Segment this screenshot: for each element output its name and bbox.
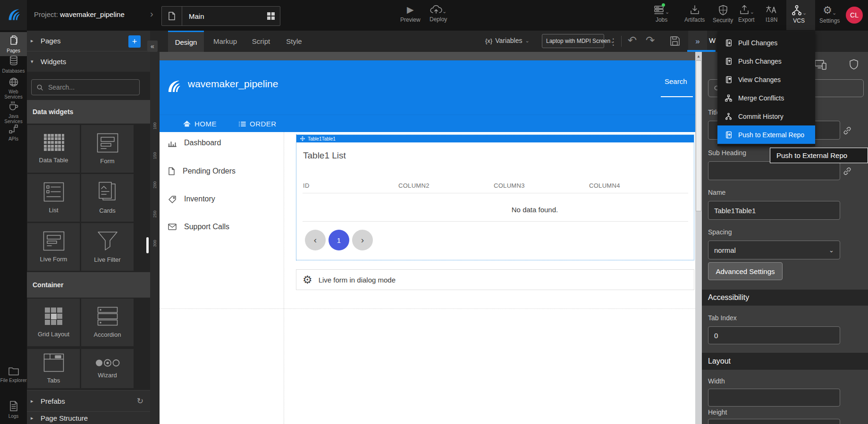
widgets-panel: ▸ Pages + ▾ Widgets Data widgets Data Ta… — [27, 31, 150, 424]
devices-icon[interactable] — [815, 59, 827, 71]
menu-item-commit-history[interactable]: Commit History — [717, 107, 815, 125]
pagination-page-1[interactable]: 1 — [329, 230, 349, 250]
shield-icon[interactable] — [849, 58, 859, 70]
tab-script[interactable]: Script — [248, 31, 274, 52]
wavemaker-wave-icon — [6, 7, 22, 23]
widget-card-form[interactable]: Form — [81, 125, 134, 173]
collapse-panel-button[interactable]: « — [147, 41, 158, 52]
variables-button[interactable]: {x} Variables ⌄ — [485, 37, 530, 44]
panel-scrollbar-thumb[interactable] — [146, 237, 149, 253]
menu-item-support-calls[interactable]: Support Calls — [168, 223, 229, 231]
widget-card-list[interactable]: List — [27, 174, 80, 222]
widget-selection-bar[interactable]: Table1Table1 — [296, 135, 694, 142]
selected-widget-table1[interactable]: Table1Table1 Table1 List ID COLUMN2 COLU… — [296, 134, 694, 260]
security-button[interactable]: Security — [713, 5, 733, 24]
vcs-button[interactable]: ⌄ VCS — [786, 0, 815, 30]
widget-card-cards[interactable]: Cards — [81, 174, 134, 222]
menu-label: Pending Orders — [183, 167, 236, 175]
menu-item-view-changes[interactable]: View Changes — [717, 70, 815, 89]
page-structure-row[interactable]: ▸ Page Structure — [27, 411, 150, 424]
sidebar-item-pages[interactable]: Pages — [0, 32, 27, 56]
device-select[interactable]: Laptop with MDPI Screen ⌄ — [542, 34, 604, 48]
widget-card-label: Tabs — [47, 377, 60, 384]
project-name: wavemaker_pipeline — [60, 10, 125, 18]
menu-item-dashboard[interactable]: Dashboard — [168, 139, 221, 147]
table-column-header[interactable]: COLUMN3 — [494, 182, 525, 189]
name-field[interactable] — [708, 201, 840, 220]
export-button[interactable]: ⌄ Export — [738, 5, 755, 23]
settings-button[interactable]: ⚙ ⌄ Settings — [819, 5, 840, 24]
widget-card-accordion[interactable]: Accordion — [81, 299, 134, 346]
menu-item-label: Push Changes — [738, 58, 782, 65]
widget-card-tabs[interactable]: Tabs — [27, 349, 80, 388]
widget-search[interactable] — [31, 79, 140, 95]
wavemaker-logo[interactable] — [0, 0, 27, 30]
scrollbar-up-arrow[interactable]: ▲ — [695, 52, 702, 60]
spacing-select[interactable]: normal ⌄ — [708, 241, 840, 259]
avatar[interactable]: CL — [846, 7, 863, 24]
canvas-scrollbar[interactable]: ▲ — [695, 52, 702, 424]
tab-label: Script — [252, 37, 270, 45]
widget-search-input[interactable] — [47, 83, 134, 91]
sidebar-item-file-explorer[interactable]: File Explorer — [0, 366, 27, 383]
caret-down-icon: ⌄ — [750, 9, 754, 15]
app-search-link[interactable]: Search — [665, 77, 687, 85]
page-tab-main[interactable]: Main — [161, 6, 280, 26]
right-panel-tab[interactable]: W — [709, 36, 716, 44]
widget-card-live-form[interactable]: Live Form — [27, 223, 80, 271]
artifacts-button[interactable]: Artifacts — [684, 5, 705, 23]
subheading-field[interactable] — [708, 161, 840, 180]
table-column-header[interactable]: COLUMN2 — [398, 182, 430, 189]
height-field[interactable] — [708, 419, 840, 424]
menu-item-push-to-external-repo[interactable]: Push to External Repo — [717, 125, 815, 144]
pagination-next-button[interactable]: › — [352, 230, 373, 250]
advanced-settings-button[interactable]: Advanced Settings — [708, 262, 783, 280]
arrow-right-icon: ▸ — [31, 398, 37, 404]
tabindex-field[interactable] — [708, 326, 840, 344]
menu-item-pull-changes[interactable]: Pull Changes — [717, 33, 815, 52]
refresh-icon[interactable]: ↻ — [137, 396, 143, 406]
tab-style[interactable]: Style — [282, 31, 306, 52]
menu-item-pending-orders[interactable]: Pending Orders — [168, 167, 236, 175]
caret-down-icon: ⌄ — [802, 10, 807, 16]
menu-item-label: Merge Conflicts — [738, 94, 784, 102]
widget-card-grid-layout[interactable]: Grid Layout — [27, 299, 80, 346]
i18n-button[interactable]: I18N — [766, 5, 777, 23]
live-form-widget[interactable]: ⚙ Live form in dialog mode — [296, 269, 694, 290]
sidebar-item-web-services[interactable]: Web Services — [0, 77, 27, 100]
undo-icon[interactable]: ↶ — [628, 34, 637, 47]
widget-card-wizard[interactable]: Wizard — [81, 349, 134, 388]
width-field[interactable] — [708, 389, 840, 407]
sidebar-item-java-services[interactable]: Java Services — [0, 100, 27, 124]
redo-icon[interactable]: ↷ — [646, 34, 655, 47]
bind-link-icon[interactable] — [843, 126, 851, 135]
tab-markup[interactable]: Markup — [211, 31, 240, 52]
sidebar-item-apis[interactable]: APIs — [0, 124, 27, 141]
menu-item-merge-conflicts[interactable]: Merge Conflicts — [717, 89, 815, 107]
bind-link-icon[interactable] — [843, 167, 851, 175]
pages-grid-icon[interactable] — [267, 12, 275, 20]
table-column-header[interactable]: ID — [303, 182, 310, 189]
prefabs-section-row[interactable]: ▸ Prefabs ↻ — [27, 390, 150, 411]
kebab-menu-icon[interactable]: ⋮ — [609, 36, 618, 47]
table-column-header[interactable]: COLUMN4 — [589, 182, 620, 189]
add-page-button[interactable]: + — [128, 35, 141, 48]
canvas-scrollbar-thumb[interactable] — [696, 60, 701, 211]
layout-section-header: Layout — [702, 353, 868, 370]
jobs-button[interactable]: ⌄ Jobs — [654, 5, 669, 23]
sidebar-item-logs[interactable]: Logs — [0, 400, 27, 419]
widgets-section-row[interactable]: ▾ Widgets — [27, 51, 150, 72]
tab-design[interactable]: Design — [168, 31, 204, 52]
nav-item-home[interactable]: HOME — [183, 120, 217, 128]
save-icon[interactable] — [669, 35, 681, 47]
menu-item-push-changes[interactable]: Push Changes — [717, 52, 815, 70]
sidebar-item-databases[interactable]: Databases — [0, 55, 27, 74]
nav-item-order[interactable]: ORDER — [238, 120, 277, 128]
expand-right-panel-button[interactable]: » — [688, 31, 707, 52]
menu-item-inventory[interactable]: Inventory — [168, 195, 215, 203]
widget-card-data-table[interactable]: Data Table — [27, 125, 80, 173]
widget-card-live-filter[interactable]: Live Filter — [81, 223, 134, 271]
pagination-prev-button[interactable]: ‹ — [305, 230, 326, 250]
deploy-button[interactable]: ⌄ Deploy — [430, 5, 447, 23]
preview-button[interactable]: ▶ Preview — [400, 5, 421, 23]
